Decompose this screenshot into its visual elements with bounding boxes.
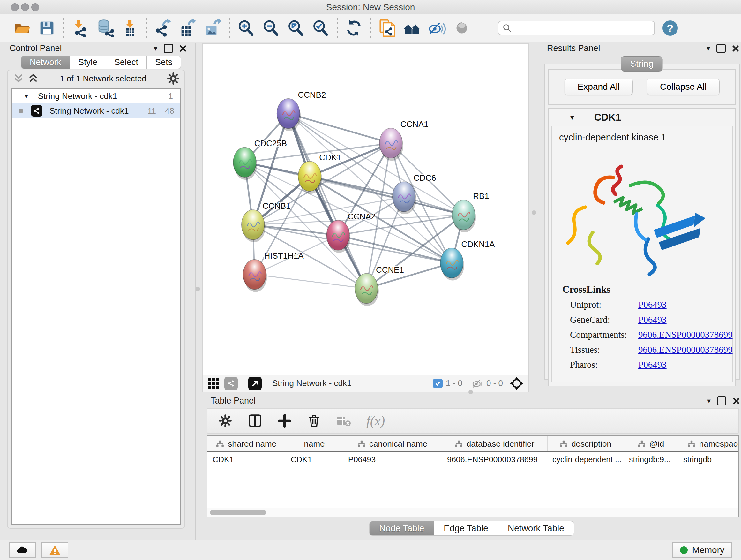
panel-menu-icon[interactable]: ▾ [707, 397, 711, 405]
cloud-button[interactable] [9, 542, 36, 558]
column-header[interactable]: shared name [207, 436, 286, 452]
zoom-in-button[interactable] [233, 16, 259, 40]
cell-canonical-name[interactable]: P06493 [343, 452, 442, 467]
warnings-button[interactable] [42, 542, 68, 558]
search-input[interactable] [512, 23, 650, 34]
float-panel-icon[interactable] [717, 44, 726, 53]
tab-sets[interactable]: Sets [147, 56, 181, 69]
string-protein-query-button[interactable] [375, 16, 400, 40]
tab-node-table[interactable]: Node Table [369, 521, 434, 536]
close-panel-icon[interactable] [732, 397, 740, 405]
network-node[interactable]: CDC6 [393, 173, 436, 214]
network-node[interactable]: HIST1H1A [243, 251, 304, 292]
panel-divider[interactable] [195, 44, 196, 540]
collapse-all-icon[interactable] [12, 72, 25, 85]
divider-grip[interactable] [196, 287, 200, 291]
export-table-button[interactable] [176, 16, 200, 40]
section-collapse-icon[interactable]: ▼ [569, 113, 576, 122]
collapse-all-button[interactable]: Collapse All [647, 78, 720, 95]
panel-menu-icon[interactable]: ▾ [706, 44, 710, 53]
column-header[interactable]: canonical name [343, 436, 442, 452]
divider-grip[interactable] [468, 390, 473, 394]
table-row[interactable]: CDK1 CDK1 P06493 9606.ENSP00000378699 cy… [207, 452, 739, 467]
network-row-selected[interactable]: String Network - cdk1 11 48 [12, 104, 180, 118]
panel-menu-icon[interactable]: ▾ [154, 44, 157, 53]
expand-all-button[interactable]: Expand All [564, 78, 633, 95]
memory-button[interactable]: Memory [672, 542, 732, 558]
add-column-plus-icon[interactable] [278, 414, 292, 428]
horizontal-scrollbar[interactable] [207, 508, 738, 516]
close-panel-icon[interactable] [179, 44, 187, 53]
crosslink-link[interactable]: 9606.ENSP00000378699 [638, 329, 733, 340]
tab-network-table[interactable]: Network Table [498, 521, 574, 536]
scrollbar-thumb[interactable] [210, 509, 266, 515]
network-edge[interactable] [288, 114, 366, 289]
search-field[interactable] [498, 21, 655, 36]
network-edge[interactable] [255, 274, 366, 289]
network-view-toggle[interactable] [224, 377, 238, 390]
network-node[interactable]: CCNA1 [380, 120, 428, 161]
crosslink-link[interactable]: P06493 [638, 300, 667, 310]
network-edge[interactable] [253, 225, 338, 235]
tab-edge-table[interactable]: Edge Table [434, 521, 498, 536]
help-button[interactable]: ? [663, 20, 678, 36]
column-header[interactable]: @id [624, 436, 678, 452]
divider-grip[interactable] [532, 210, 536, 215]
column-header[interactable]: namespace [678, 436, 739, 452]
apply-layout-button[interactable] [341, 16, 366, 40]
node-table[interactable]: shared name name canonical name database… [207, 435, 739, 517]
column-header[interactable]: description [547, 436, 624, 452]
delete-column-trash-icon[interactable] [307, 414, 321, 428]
cell-id[interactable]: stringdb:9... [624, 452, 678, 467]
tab-style[interactable]: Style [70, 56, 106, 69]
network-node[interactable]: CDKN1A [441, 240, 495, 281]
hidden-eye-icon[interactable] [471, 377, 483, 389]
network-view[interactable]: CCNB2CCNA1CDC25BCDK1CDC6RB1CCNB1CCNA2CDK… [202, 44, 529, 392]
network-collection-row[interactable]: ▼ String Network - cdk1 1 [12, 89, 180, 104]
float-panel-icon[interactable] [717, 396, 726, 406]
tab-select[interactable]: Select [106, 56, 147, 69]
gear-icon[interactable] [166, 72, 180, 85]
network-node[interactable]: RB1 [452, 192, 489, 233]
selected-checkbox[interactable] [433, 379, 443, 388]
string-results-tab[interactable]: String [621, 56, 663, 71]
grid-view-icon[interactable] [207, 377, 220, 390]
cell-namespace[interactable]: stringdb [678, 452, 739, 467]
gene-section-header[interactable]: ▼ CDK1 [549, 109, 735, 126]
string-results-scroll[interactable]: Expand All Collapse All ▼ CDK1 cyclin-de… [544, 64, 740, 380]
show-columns-icon[interactable] [248, 414, 262, 428]
export-image-button[interactable] [200, 16, 225, 40]
crosslink-link[interactable]: P06493 [638, 360, 667, 370]
import-table-file-button[interactable] [118, 16, 142, 40]
save-session-button[interactable] [35, 16, 59, 40]
network-edge[interactable] [288, 114, 391, 143]
function-builder-icon[interactable]: f(x) [366, 413, 385, 428]
crosslink-link[interactable]: 9606.ENSP00000378699 [638, 345, 733, 355]
hide-glass-balls-button[interactable] [424, 16, 449, 40]
cell-shared-name[interactable]: CDK1 [207, 452, 286, 467]
detach-view-button[interactable] [248, 377, 262, 390]
close-panel-icon[interactable] [731, 44, 740, 53]
zoom-selected-button[interactable] [308, 16, 333, 40]
zoom-fit-button[interactable] [283, 16, 308, 40]
column-header[interactable]: name [286, 436, 343, 452]
table-settings-gear-icon[interactable] [218, 414, 232, 428]
import-network-database-button[interactable] [92, 16, 118, 40]
collection-expand-icon[interactable]: ▼ [23, 92, 30, 100]
open-session-button[interactable] [10, 16, 35, 40]
expand-all-icon[interactable] [27, 72, 40, 85]
fit-crosshair-icon[interactable] [509, 376, 524, 391]
network-canvas[interactable]: CCNB2CCNA1CDC25BCDK1CDC6RB1CCNB1CCNA2CDK… [203, 44, 529, 375]
float-panel-icon[interactable] [164, 44, 173, 53]
network-node[interactable]: CCNE1 [355, 265, 404, 306]
crosslink-link[interactable]: P06493 [638, 314, 667, 325]
zoom-out-button[interactable] [259, 16, 283, 40]
show-glass-balls-button[interactable] [449, 16, 474, 40]
tab-network[interactable]: Network [21, 56, 70, 69]
export-network-button[interactable] [151, 16, 176, 40]
cell-description[interactable]: cyclin-dependent ... [547, 452, 624, 467]
column-header[interactable]: database identifier [442, 436, 547, 452]
cell-name[interactable]: CDK1 [286, 452, 343, 467]
import-network-file-button[interactable] [68, 16, 92, 40]
delete-table-icon[interactable] [336, 415, 351, 427]
